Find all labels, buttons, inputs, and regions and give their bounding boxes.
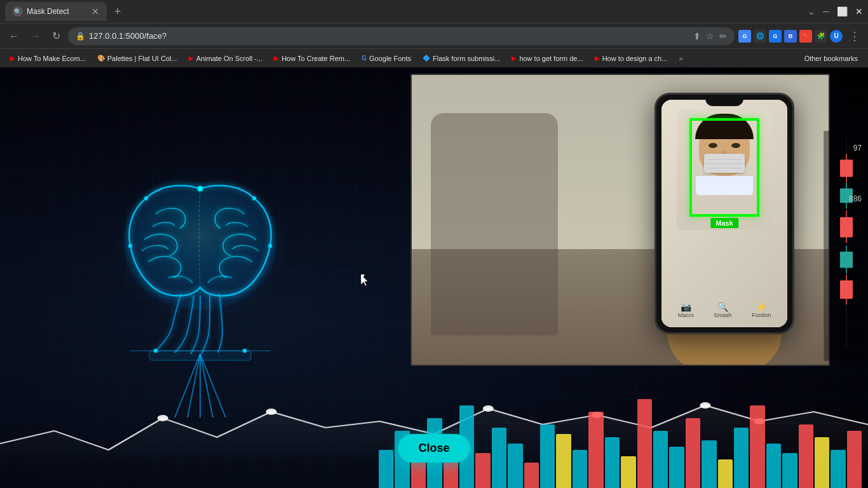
bookmark-3[interactable]: ▶ Animate On Scroll -... [184, 53, 268, 64]
window-controls: ⌄ ─ ⬜ ✕ [808, 6, 863, 17]
page-content: Mask 📷 Macro 🔍 [0, 67, 868, 488]
candlestick-svg [824, 131, 868, 361]
bookmark-1[interactable]: ▶ How To Make Ecom... [5, 53, 91, 64]
close-window-button[interactable]: ✕ [855, 6, 863, 17]
lock-icon: 🔒 [76, 32, 85, 41]
bookmarks-bar: ▶ How To Make Ecom... 🎨 Palettes | Flat … [0, 48, 868, 67]
chart-bar [605, 437, 620, 488]
chart-bar [621, 456, 635, 488]
extensions-button[interactable]: 🧩 [815, 30, 827, 43]
bookmark-6[interactable]: 🔷 Flask form submissi... [417, 53, 505, 64]
chart-bar [750, 405, 764, 488]
svg-point-21 [158, 415, 168, 421]
ext-icon-4[interactable]: B [784, 30, 797, 43]
bookmark-2-label: Palettes | Flat UI Col... [107, 55, 177, 62]
bookmark-7-label: how to get form de... [519, 55, 583, 62]
browser-frame: 🔍 Mask Detect ✕ + ⌄ ─ ⬜ ✕ ← → ↻ 🔒 127.0.… [0, 0, 868, 488]
bookmark-2[interactable]: 🎨 Palettes | Flat UI Col... [92, 53, 182, 64]
video-frame: Mask 📷 Macro 🔍 [410, 74, 830, 366]
bookmark-4-icon: ▶ [274, 55, 279, 62]
bookmark-8-icon: ▶ [595, 55, 600, 62]
bookmark-4-label: How To Create Rem... [281, 55, 350, 62]
chart-bar [799, 424, 813, 488]
chart-bar [831, 450, 845, 488]
detection-label: Mask [710, 218, 738, 228]
chart-bar [492, 428, 506, 488]
bookmark-2-icon: 🎨 [97, 55, 105, 62]
chart-bar [702, 440, 716, 488]
chart-bar [573, 450, 587, 488]
chart-bar [475, 453, 490, 488]
close-button[interactable]: Close [398, 434, 470, 463]
new-tab-button[interactable]: + [112, 3, 124, 21]
bookmark-7[interactable]: ▶ how to get form de... [506, 53, 588, 64]
bookmark-1-icon: ▶ [10, 55, 15, 62]
phone-bottom-icon-2: 🔍 Smash [714, 302, 731, 318]
tab-favicon: 🔍 [13, 6, 23, 17]
ext-icon-5[interactable]: 🔴 [799, 30, 812, 43]
other-bookmarks-label[interactable]: Other bookmarks [799, 53, 863, 64]
ext-icon-1[interactable]: G [738, 30, 751, 43]
bookmark-8[interactable]: ▶ How to design a ch... [590, 53, 673, 64]
more-bookmarks-button[interactable]: » [674, 53, 688, 64]
bookmark-6-icon: 🔷 [423, 55, 430, 62]
forward-button[interactable]: → [27, 28, 44, 44]
chart-bar [815, 437, 829, 488]
bottom-chart-area [0, 377, 868, 488]
back-button[interactable]: ← [5, 28, 23, 44]
extension-icons: G 🌐 G B 🔴 🧩 U [738, 30, 843, 43]
chrome-menu-button[interactable]: ⋮ [846, 27, 863, 46]
bookmark-1-label: How To Make Ecom... [18, 55, 86, 62]
tab-list-button[interactable]: ⌄ [808, 6, 815, 17]
address-bar[interactable]: 🔒 127.0.0.1:5000/face? ⬆ ☆ ✏ [68, 27, 735, 45]
bookmark-5[interactable]: G Google Fonts [356, 53, 416, 64]
hand-phone-area: Mask 📷 Macro 🔍 [620, 75, 829, 365]
nav-bar: ← → ↻ 🔒 127.0.0.1:5000/face? ⬆ ☆ ✏ G 🌐 G… [0, 23, 868, 48]
edit-icon[interactable]: ✏ [719, 31, 727, 41]
bookmark-8-label: How to design a ch... [602, 55, 668, 62]
chart-bar [847, 431, 862, 488]
browser-tab[interactable]: 🔍 Mask Detect ✕ [5, 2, 107, 21]
chart-bar [734, 428, 749, 488]
bookmark-6-label: Flask form submissi... [433, 55, 500, 62]
share-icon[interactable]: ⬆ [693, 31, 701, 41]
minimize-button[interactable]: ─ [823, 6, 829, 17]
maximize-button[interactable]: ⬜ [837, 6, 848, 17]
right-sidebar-chart [824, 131, 868, 361]
bookmark-5-label: Google Fonts [369, 55, 411, 62]
bookmark-3-label: Animate On Scroll -... [196, 55, 263, 62]
detection-bounding-box: Mask [689, 118, 759, 217]
chart-bar [411, 459, 426, 488]
chart-number-1: 97 [853, 144, 862, 152]
bookmark-4[interactable]: ▶ How To Create Rem... [269, 53, 355, 64]
svg-point-7 [154, 349, 158, 353]
ext-icon-3[interactable]: G [769, 30, 782, 43]
phone-notch [705, 95, 743, 106]
phone-bottom-icon-1: 📷 Macro [678, 302, 694, 318]
bookmark-star-icon[interactable]: ☆ [706, 31, 714, 41]
phone-device: Mask 📷 Macro 🔍 [654, 93, 794, 334]
phone-bottom-bar: 📷 Macro 🔍 Smash ⚡ Funtion [661, 299, 787, 321]
chart-number-2: 886 [849, 194, 862, 203]
chart-bar [637, 399, 652, 488]
chart-bar [653, 431, 668, 488]
bookmark-5-icon: G [362, 55, 367, 62]
phone-camera-feed: Mask 📷 Macro 🔍 [661, 100, 787, 327]
chart-bar [766, 444, 781, 488]
tab-close-button[interactable]: ✕ [92, 6, 99, 17]
profile-button[interactable]: U [830, 30, 843, 43]
address-action-icons: ⬆ ☆ ✏ [693, 31, 727, 41]
background-person [431, 113, 558, 336]
svg-point-8 [243, 349, 247, 353]
chart-bar [556, 434, 571, 488]
ext-icon-2[interactable]: 🌐 [754, 30, 766, 43]
chart-bar [508, 444, 522, 488]
bookmark-7-icon: ▶ [512, 55, 517, 62]
chart-bar [718, 459, 733, 488]
reload-button[interactable]: ↻ [48, 27, 64, 44]
brain-svg [98, 151, 302, 367]
chart-bar [588, 412, 603, 488]
chart-bar [524, 463, 539, 488]
chart-bar [540, 424, 555, 488]
svg-point-25 [266, 409, 276, 415]
